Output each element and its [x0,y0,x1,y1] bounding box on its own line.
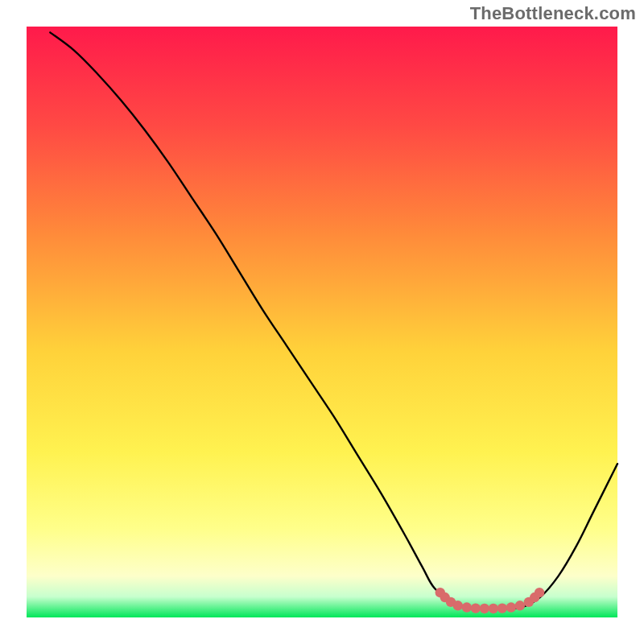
chart-container: TheBottleneck.com [0,0,644,644]
highlight-dot [471,603,481,613]
highlight-dot [453,601,463,610]
highlight-dot [462,602,472,612]
bottleneck-chart [0,0,644,644]
highlight-dot [515,601,525,610]
highlight-dot [506,602,516,612]
watermark-text: TheBottleneck.com [470,3,636,24]
highlight-dot [489,604,498,613]
highlight-dot [480,604,489,613]
plot-background [27,27,617,617]
highlight-dot [535,588,544,597]
highlight-dot [497,603,507,613]
